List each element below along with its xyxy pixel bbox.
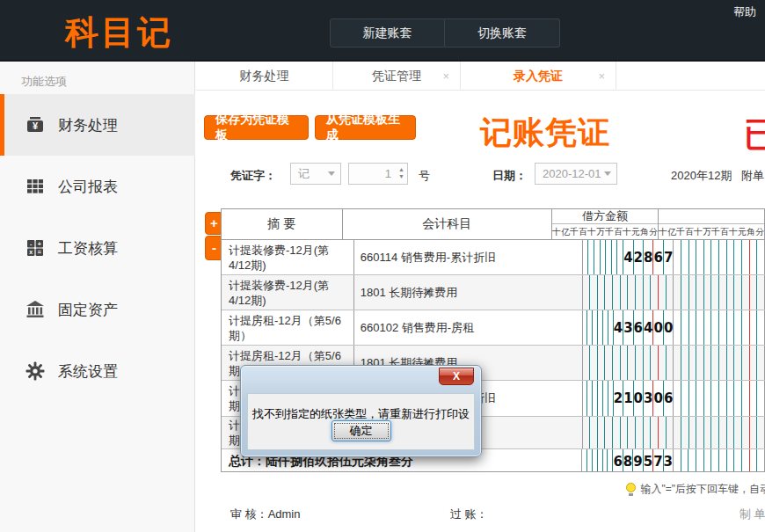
account-cell[interactable]: 1801 长期待摊费用 [354,275,583,310]
voucher-word-select[interactable]: 记 [290,163,341,185]
amount-digit-cell[interactable] [711,449,719,472]
amount-digit-cell[interactable] [644,346,652,380]
date-select[interactable]: 2020-12-01 [535,163,617,185]
amount-digit-cell[interactable] [757,417,764,448]
amount-digit-cell[interactable] [674,240,681,274]
amount-digit-cell[interactable] [674,346,681,380]
amount-digit-cell[interactable] [667,346,674,380]
amount-digit-cell[interactable] [757,275,764,310]
amount-digit-cell[interactable] [644,417,652,448]
amount-digit-cell[interactable] [674,449,681,472]
amount-digit-cell[interactable] [704,381,712,416]
amount-digit-cell[interactable] [750,417,758,448]
switch-account-set-button[interactable]: 切换账套 [445,18,560,47]
amount-digit-cell[interactable] [734,240,742,274]
amount-digit-cell[interactable] [742,240,750,274]
amount-digit-cell[interactable] [689,275,697,310]
dialog-close-button[interactable]: X [439,368,474,385]
summary-cell[interactable]: 计提房租-12月（第5/6期） [222,310,354,345]
amount-digit-cell[interactable] [734,346,742,380]
amount-digit-cell[interactable] [605,417,613,448]
amount-digit-cell[interactable] [681,346,689,380]
amount-digit-cell[interactable] [704,275,712,310]
amount-digit-cell[interactable] [667,275,674,310]
amount-digit-cell[interactable]: 7 [653,449,663,472]
generate-from-template-button[interactable]: 从凭证模板生成 [315,115,416,140]
amount-digit-cell[interactable] [704,240,712,274]
amount-digit-cell[interactable] [696,417,704,448]
amount-digit-cell[interactable] [727,417,735,448]
amount-digit-cell[interactable] [636,275,644,310]
debit-amount-cell[interactable] [583,346,674,380]
amount-digit-cell[interactable] [719,240,727,274]
amount-digit-cell[interactable]: 3 [623,310,633,345]
table-row[interactable]: 计提房租-12月（第5/6期）660102 销售费用-房租436400 [222,310,765,346]
amount-digit-cell[interactable] [651,346,659,380]
amount-digit-cell[interactable] [598,417,606,448]
voucher-number-stepper[interactable]: 1 ▲▼ [348,163,408,185]
table-row[interactable]: 计提装修费-12月(第4/12期)1801 长期待摊费用 [222,275,765,310]
amount-digit-cell[interactable] [704,310,712,345]
amount-digit-cell[interactable] [681,275,689,310]
amount-digit-cell[interactable]: 1 [623,381,633,416]
amount-digit-cell[interactable] [674,275,681,310]
amount-digit-cell[interactable] [711,275,719,310]
amount-digit-cell[interactable] [704,346,712,380]
summary-cell[interactable]: 计提装修费-12月(第4/12期) [222,240,354,274]
amount-digit-cell[interactable] [719,449,727,472]
amount-digit-cell[interactable] [674,310,681,345]
help-link[interactable]: 帮助 [733,4,756,20]
amount-digit-cell[interactable] [681,240,689,274]
amount-digit-cell[interactable] [598,346,606,380]
amount-digit-cell[interactable]: 6 [634,310,644,345]
amount-digit-cell[interactable]: 3 [664,449,673,472]
amount-digit-cell[interactable] [719,275,727,310]
amount-digit-cell[interactable] [704,417,712,448]
amount-digit-cell[interactable] [583,275,591,310]
amount-digit-cell[interactable] [727,240,735,274]
amount-digit-cell[interactable] [613,417,621,448]
amount-digit-cell[interactable]: 8 [623,449,633,472]
amount-digit-cell[interactable] [628,346,636,380]
amount-digit-cell[interactable] [719,346,727,380]
amount-digit-cell[interactable] [590,346,598,380]
amount-digit-cell[interactable] [659,346,667,380]
amount-digit-cell[interactable] [651,417,659,448]
amount-digit-cell[interactable]: 8 [644,240,653,274]
amount-digit-cell[interactable] [681,310,689,345]
sidebar-item-1[interactable]: ¥ 财务处理 [0,94,195,156]
amount-digit-cell[interactable] [734,310,742,345]
amount-digit-cell[interactable] [711,310,719,345]
amount-digit-cell[interactable] [696,310,704,345]
amount-digit-cell[interactable]: 3 [644,381,653,416]
amount-digit-cell[interactable] [636,417,644,448]
amount-digit-cell[interactable] [674,417,681,448]
amount-digit-cell[interactable] [681,449,689,472]
amount-digit-cell[interactable] [742,381,750,416]
amount-digit-cell[interactable] [601,240,607,274]
amount-digit-cell[interactable] [757,381,764,416]
amount-digit-cell[interactable]: 6 [664,381,673,416]
amount-digit-cell[interactable]: 6 [653,240,663,274]
sidebar-item-3[interactable]: -+x= 工资核算 [0,217,195,279]
amount-digit-cell[interactable] [704,449,712,472]
amount-digit-cell[interactable] [750,449,758,472]
amount-digit-cell[interactable]: 9 [633,449,643,472]
amount-digit-cell[interactable] [742,449,750,472]
amount-digit-cell[interactable] [598,275,606,310]
amount-digit-cell[interactable] [711,240,719,274]
credit-amount-cell[interactable] [674,275,765,310]
amount-digit-cell[interactable] [742,310,750,345]
amount-digit-cell[interactable] [674,381,681,416]
amount-digit-cell[interactable] [667,417,674,448]
amount-digit-cell[interactable] [689,310,697,345]
debit-amount-cell[interactable] [583,417,674,448]
amount-digit-cell[interactable] [605,346,613,380]
amount-digit-cell[interactable] [651,275,659,310]
amount-digit-cell[interactable] [606,240,612,274]
spinner-arrows-icon[interactable]: ▲▼ [398,166,404,180]
amount-digit-cell[interactable]: 7 [664,240,673,274]
amount-digit-cell[interactable] [696,346,704,380]
sidebar-item-4[interactable]: 固定资产 [0,279,195,340]
amount-digit-cell[interactable] [613,346,621,380]
